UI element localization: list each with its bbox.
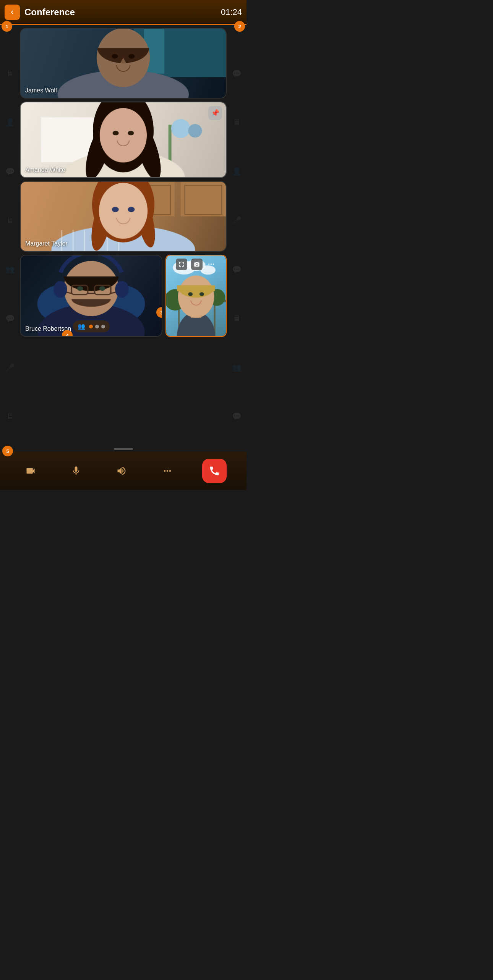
badge-1: 1	[2, 21, 12, 32]
video-camera-icon	[25, 466, 36, 476]
microphone-icon	[71, 466, 81, 476]
header-time: 01:24	[221, 7, 242, 17]
speaker-button[interactable]	[111, 460, 132, 482]
header: 1 Conference 01:24 2	[0, 0, 246, 25]
resize-icon	[178, 261, 185, 267]
drag-handle	[114, 448, 133, 450]
header-title: Conference	[24, 7, 221, 18]
end-call-icon	[209, 465, 220, 477]
participant-name-margaret: Margaret Taylor	[25, 240, 68, 247]
more-options-button[interactable]: ···	[206, 259, 216, 269]
back-arrow-icon	[8, 8, 16, 16]
camera-flip-button[interactable]	[191, 259, 203, 270]
dot-2	[95, 325, 99, 328]
back-button[interactable]	[5, 5, 20, 20]
video-grid: James Wolf 📌 Amanda White Margaret Taylo…	[0, 25, 246, 452]
badge-5: 5	[2, 446, 13, 456]
camera-flip-icon	[194, 261, 200, 267]
resize-button[interactable]	[176, 259, 187, 270]
video-tile-james[interactable]: James Wolf	[20, 28, 227, 99]
pagination-dots: 👥	[73, 320, 110, 332]
participant-name-james: James Wolf	[25, 87, 57, 94]
dot-1	[89, 325, 93, 328]
video-tile-margaret[interactable]: Margaret Taylor	[20, 181, 227, 252]
speaker-icon	[116, 466, 127, 476]
participant-name-amanda: Amanda White	[25, 167, 65, 173]
bottom-video-row: Bruce Robertson 3 👥 4	[20, 255, 227, 337]
video-tile-amanda[interactable]: 📌 Amanda White	[20, 102, 227, 178]
dot-3	[101, 325, 105, 328]
pin-icon[interactable]: 📌	[208, 106, 222, 120]
microphone-button[interactable]	[65, 460, 87, 482]
toolbar: 5	[0, 452, 246, 490]
video-button[interactable]	[20, 460, 41, 482]
end-call-button[interactable]	[202, 459, 227, 483]
video-tile-self[interactable]: ···	[165, 255, 227, 337]
participants-icon: 👥	[78, 323, 85, 330]
more-options-toolbar-button[interactable]	[157, 460, 178, 482]
floating-controls: ···	[166, 259, 226, 270]
badge-2: 2	[234, 21, 245, 32]
more-dots-icon	[162, 466, 173, 476]
video-tile-bruce[interactable]: Bruce Robertson 3 👥 4	[20, 255, 162, 337]
